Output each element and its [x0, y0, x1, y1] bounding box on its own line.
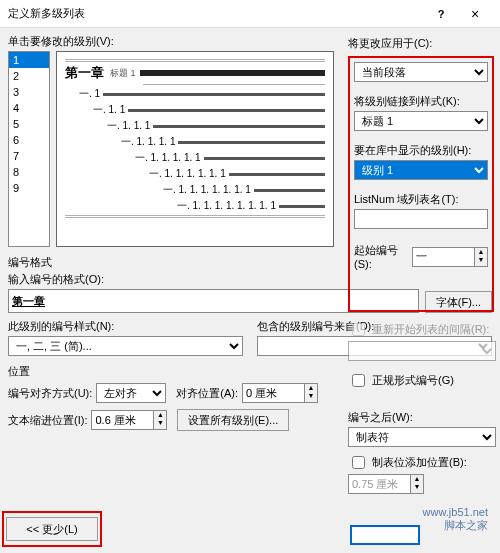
title-bar: 定义新多级列表 ? × [0, 0, 500, 28]
ok-button-edge[interactable] [350, 525, 420, 545]
level-listbox[interactable]: 1 2 3 4 5 6 7 8 9 [8, 51, 50, 247]
gallery-level-select[interactable]: 级别 1 [354, 160, 488, 180]
preview-l7: 一. 1. 1. 1. 1. 1. 1 [149, 167, 226, 181]
preview-l6: 一. 1. 1. 1. 1. 1 [135, 151, 201, 165]
follow-select[interactable]: 制表符 [348, 427, 496, 447]
preview-l8: 一. 1. 1. 1. 1. 1. 1. 1 [163, 183, 251, 197]
level-item[interactable]: 9 [9, 180, 49, 196]
level-item[interactable]: 6 [9, 132, 49, 148]
link-style-select[interactable]: 标题 1 [354, 111, 488, 131]
restart-checkbox [352, 323, 365, 336]
click-level-label: 单击要修改的级别(V): [8, 34, 114, 49]
align-at-label: 对齐位置(A): [176, 386, 238, 401]
level-item[interactable]: 3 [9, 84, 49, 100]
start-at-spinner[interactable]: ▲▼ [412, 247, 488, 267]
preview-l4: 一. 1. 1. 1 [107, 119, 150, 133]
help-button[interactable]: ? [424, 2, 458, 26]
gallery-level-label: 要在库中显示的级别(H): [354, 143, 488, 158]
preview-l1-style: 标题 1 [110, 67, 136, 80]
restart-select [348, 341, 496, 361]
tab-add-spinner[interactable]: ▲▼ [348, 474, 438, 494]
level-item[interactable]: 4 [9, 100, 49, 116]
listnum-label: ListNum 域列表名(T): [354, 192, 488, 207]
legal-label: 正规形式编号(G) [372, 373, 454, 388]
apply-to-label: 将更改应用于(C): [348, 36, 496, 51]
highlight-box-less [2, 511, 102, 547]
preview-l2: 一. 1 [79, 87, 100, 101]
watermark: www.jb51.net 脚本之家 [423, 506, 488, 533]
preview-pane: 第一章标题 1 一. 1 一. 1. 1 一. 1. 1. 1 一. 1. 1.… [56, 51, 334, 247]
align-at-spinner[interactable]: ▲▼ [242, 383, 318, 403]
start-at-label: 起始编号(S): [354, 243, 406, 270]
preview-l1: 第一章 [65, 64, 104, 82]
window-title: 定义新多级列表 [8, 6, 424, 21]
tab-add-label: 制表位添加位置(B): [372, 455, 467, 470]
indent-label: 文本缩进位置(I): [8, 413, 87, 428]
listnum-input[interactable] [354, 209, 488, 229]
level-item[interactable]: 5 [9, 116, 49, 132]
num-style-select[interactable]: 一, 二, 三 (简)... [8, 336, 243, 356]
apply-to-select[interactable]: 当前段落 [354, 62, 488, 82]
tab-add-checkbox[interactable] [352, 456, 365, 469]
set-all-levels-button[interactable]: 设置所有级别(E)... [177, 409, 289, 431]
level-item[interactable]: 8 [9, 164, 49, 180]
link-style-label: 将级别链接到样式(K): [354, 94, 488, 109]
indent-spinner[interactable]: ▲▼ [91, 410, 167, 430]
preview-l3: 一. 1. 1 [93, 103, 125, 117]
close-button[interactable]: × [458, 2, 492, 26]
restart-label: 重新开始列表的间隔(R): [372, 322, 489, 337]
align-select[interactable]: 左对齐 [96, 383, 166, 403]
preview-l5: 一. 1. 1. 1. 1 [121, 135, 175, 149]
align-label: 编号对齐方式(U): [8, 386, 92, 401]
follow-label: 编号之后(W): [348, 410, 496, 425]
level-item[interactable]: 2 [9, 68, 49, 84]
legal-checkbox[interactable] [352, 374, 365, 387]
num-style-label: 此级别的编号样式(N): [8, 319, 243, 334]
level-item[interactable]: 7 [9, 148, 49, 164]
level-item[interactable]: 1 [9, 52, 49, 68]
preview-l9: 一. 1. 1. 1. 1. 1. 1. 1. 1 [177, 199, 276, 213]
highlight-box-right: 当前段落 将级别链接到样式(K): 标题 1 要在库中显示的级别(H): 级别 … [348, 56, 494, 312]
